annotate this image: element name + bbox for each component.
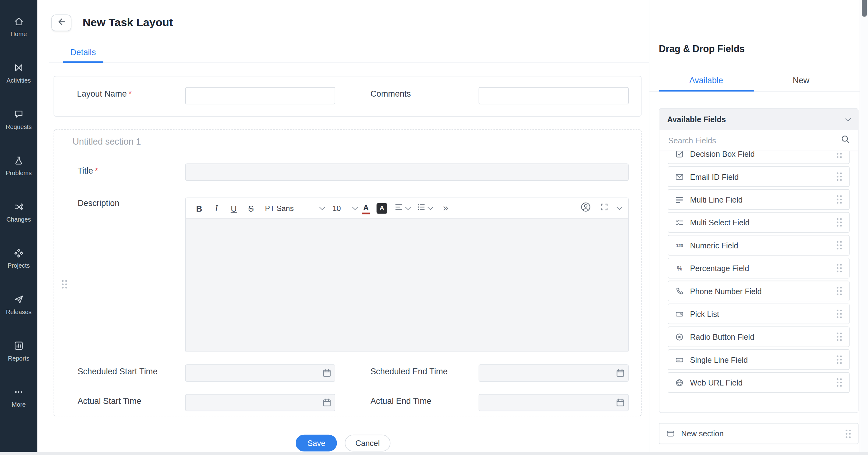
draggable-new-section[interactable]: New section xyxy=(659,423,859,444)
description-label: Description xyxy=(78,198,119,208)
more-tools-button[interactable]: » xyxy=(443,203,448,214)
sidebar-item-requests[interactable]: Requests xyxy=(0,96,37,143)
scrollbar-thumb[interactable] xyxy=(862,0,866,17)
draggable-field-percentage[interactable]: % Percentage Field xyxy=(668,258,849,278)
drag-handle-icon[interactable] xyxy=(836,236,843,255)
sidebar-item-releases[interactable]: Releases xyxy=(0,281,37,328)
description-editor: B I U S PT Sans 10 A A xyxy=(185,198,628,352)
draggable-field-decision-box[interactable]: Decision Box Field xyxy=(668,151,849,164)
horizontal-scrollbar[interactable] xyxy=(0,452,868,455)
drag-handle-icon[interactable] xyxy=(836,190,843,209)
drag-handle-icon[interactable] xyxy=(836,304,843,324)
search-fields-row xyxy=(659,130,858,151)
draggable-field-email[interactable]: Email ID Field xyxy=(668,166,849,187)
save-button[interactable]: Save xyxy=(296,435,337,452)
tab-bar: Details xyxy=(49,42,649,63)
list-select[interactable] xyxy=(417,203,432,213)
sidebar-item-reports[interactable]: Reports xyxy=(0,328,37,374)
calendar-icon[interactable] xyxy=(322,398,332,409)
scheduled-start-input[interactable] xyxy=(185,364,335,382)
chevron-down-icon xyxy=(428,204,433,210)
web-url-globe-icon xyxy=(675,378,684,387)
required-marker: * xyxy=(128,89,131,98)
layout-info-card: Layout Name* Comments xyxy=(54,76,642,117)
mention-user-icon[interactable] xyxy=(581,202,591,214)
sidebar-item-activities[interactable]: Activities xyxy=(0,50,37,96)
vertical-scrollbar[interactable] xyxy=(859,0,868,455)
field-label: Radio Button Field xyxy=(690,332,754,341)
bold-button[interactable]: B xyxy=(192,201,206,216)
draggable-field-multi-line[interactable]: Multi Line Field xyxy=(668,189,849,210)
numeric-123-icon: 123 xyxy=(675,242,684,248)
sidebar-item-label: More xyxy=(12,401,26,407)
draggable-field-radio[interactable]: Radio Button Field xyxy=(668,326,849,347)
layout-name-input[interactable] xyxy=(185,87,335,104)
tab-new[interactable]: New xyxy=(754,71,848,91)
drag-handle-icon[interactable] xyxy=(836,327,843,346)
calendar-icon[interactable] xyxy=(616,368,625,380)
draggable-field-numeric[interactable]: 123 Numeric Field xyxy=(668,235,849,255)
cancel-button[interactable]: Cancel xyxy=(345,435,391,452)
collapse-toolbar-chevron-icon[interactable] xyxy=(617,204,622,210)
untitled-section: Untitled section 1 Title* Description B … xyxy=(54,129,642,416)
sidebar-item-problems[interactable]: Problems xyxy=(0,143,37,189)
chevron-down-icon[interactable] xyxy=(845,116,851,121)
changes-icon xyxy=(13,201,24,212)
sidebar-item-label: Problems xyxy=(6,169,31,176)
font-size-select[interactable]: 10 xyxy=(333,204,357,212)
font-family-select[interactable]: PT Sans xyxy=(265,204,324,212)
italic-button[interactable]: I xyxy=(210,201,223,216)
sidebar-item-home[interactable]: Home xyxy=(0,3,37,50)
tab-details[interactable]: Details xyxy=(63,42,103,63)
actual-end-label: Actual End Time xyxy=(370,396,432,405)
drag-handle-icon[interactable] xyxy=(836,259,843,278)
sidebar-item-projects[interactable]: Projects xyxy=(0,235,37,281)
draggable-field-single-line[interactable]: Single Line Field xyxy=(668,350,849,370)
calendar-icon[interactable] xyxy=(322,368,332,380)
new-section-label: New section xyxy=(681,429,724,438)
title-input[interactable] xyxy=(185,163,628,181)
drag-handle-icon[interactable] xyxy=(836,167,843,186)
sidebar-item-label: Projects xyxy=(7,262,30,269)
section-title[interactable]: Untitled section 1 xyxy=(72,137,141,147)
highlight-color-button[interactable]: A xyxy=(377,203,387,213)
sidebar-item-more[interactable]: More xyxy=(0,374,37,420)
align-select[interactable] xyxy=(395,203,410,213)
font-size-value: 10 xyxy=(333,204,341,212)
search-input[interactable] xyxy=(667,135,841,145)
title-field-label: Title* xyxy=(78,166,98,175)
field-label: Percentage Field xyxy=(690,264,749,273)
back-button[interactable] xyxy=(52,14,71,31)
actual-start-field xyxy=(185,394,335,412)
drag-handle-icon[interactable] xyxy=(836,281,843,301)
scheduled-end-field xyxy=(478,364,629,382)
actual-start-input[interactable] xyxy=(185,394,335,412)
app-window: Home Activities Requests Problems Change… xyxy=(0,0,868,455)
draggable-field-multi-select[interactable]: Multi Select Field xyxy=(668,212,849,233)
drag-handle-icon[interactable] xyxy=(836,350,843,370)
draggable-field-phone[interactable]: Phone Number Field xyxy=(668,281,849,301)
strikethrough-button[interactable]: S xyxy=(244,201,258,216)
draggable-field-pick-list[interactable]: Pick List xyxy=(668,304,849,324)
description-textarea[interactable] xyxy=(186,219,628,352)
drag-handle-icon[interactable] xyxy=(836,213,843,232)
actual-end-input[interactable] xyxy=(478,394,629,412)
field-label: Multi Select Field xyxy=(690,218,750,227)
fullscreen-icon[interactable] xyxy=(600,203,608,213)
available-fields-header[interactable]: Available Fields xyxy=(659,109,858,130)
underline-button[interactable]: U xyxy=(227,201,241,216)
text-color-button[interactable]: A xyxy=(362,202,370,214)
comments-input[interactable] xyxy=(478,87,629,104)
drag-handle-icon[interactable] xyxy=(836,151,843,163)
main-content: New Task Layout Details Layout Name* Com… xyxy=(37,0,649,455)
section-drag-handle-icon[interactable] xyxy=(61,141,68,427)
tab-available[interactable]: Available xyxy=(659,71,754,91)
sidebar-item-changes[interactable]: Changes xyxy=(0,188,37,235)
sidebar-item-label: Requests xyxy=(6,123,31,130)
draggable-field-web-url[interactable]: Web URL Field xyxy=(668,372,849,393)
calendar-icon[interactable] xyxy=(616,398,625,409)
drag-handle-icon[interactable] xyxy=(845,424,852,444)
scheduled-end-input[interactable] xyxy=(478,364,629,382)
drag-handle-icon[interactable] xyxy=(836,373,843,392)
search-icon[interactable] xyxy=(841,134,850,147)
